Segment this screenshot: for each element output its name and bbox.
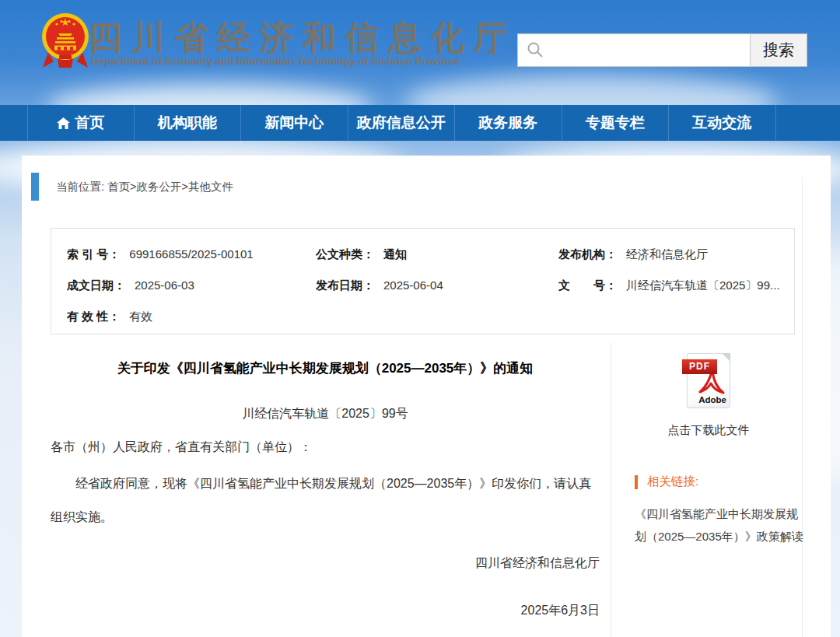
related-link-policy-interpretation[interactable]: 《四川省氢能产业中长期发展规划（2025—2035年）》政策解读 (635, 502, 807, 548)
site-title: 四川省经济和信息化厅 (89, 16, 516, 61)
nav-item-label: 互动交流 (692, 113, 751, 133)
nav-item-topics[interactable]: 专题专栏 (562, 105, 670, 141)
nav-item-interaction[interactable]: 互动交流 (669, 105, 776, 141)
page-fold-icon (722, 353, 730, 362)
nav-item-functions[interactable]: 机构职能 (135, 105, 242, 141)
meta-value: 经济和信息化厅 (626, 247, 708, 261)
meta-label: 发布机构： (558, 247, 617, 261)
meta-doc-number: 文 号：川经信汽车轨道〔2025〕99... (558, 278, 794, 293)
nav-item-label: 政务服务 (478, 113, 537, 133)
document-date: 2025年6月3日 (51, 603, 600, 619)
breadcrumb-accent-bar (31, 173, 39, 201)
search-bar: 搜索 (517, 33, 807, 67)
document-signer: 四川省经济和信息化厅 (51, 555, 600, 572)
related-links-header: 相关链接: (635, 474, 802, 490)
main-nav: 首页 机构职能 新闻中心 政府信息公开 政务服务 专题专栏 互动交流 (0, 105, 840, 141)
meta-value: 2025-06-04 (383, 278, 443, 292)
meta-label: 文 号： (558, 278, 617, 292)
related-links-title: 相关链接: (647, 474, 698, 490)
pdf-download[interactable]: PDF Adobe 点击下载此文件 (635, 353, 782, 438)
breadcrumb-text: 当前位置: 首页>政务公开>其他文件 (56, 180, 233, 194)
content-panel: 当前位置: 首页>政务公开>其他文件 索 引 号：699166855/2025-… (22, 156, 831, 637)
meta-label: 成文日期： (67, 278, 125, 292)
site-subtitle: Department of Economy and Information Te… (91, 55, 460, 67)
meta-label: 索 引 号： (67, 247, 120, 261)
meta-value: 通知 (383, 247, 407, 261)
document-paragraph: 经省政府同意，现将《四川省氢能产业中长期发展规划（2025—2035年）》印发你… (51, 467, 600, 534)
related-accent-bar (635, 475, 638, 489)
meta-written-date: 成文日期：2025-06-03 (67, 278, 316, 293)
nav-item-gov-info[interactable]: 政府信息公开 (348, 105, 456, 141)
document-title: 关于印发《四川省氢能产业中长期发展规划（2025—2035年）》的通知 (51, 359, 600, 377)
emblem-icon (40, 10, 90, 74)
nav-item-label: 专题专栏 (586, 113, 645, 133)
search-button[interactable]: 搜索 (751, 33, 807, 67)
document-number: 川经信汽车轨道〔2025〕99号 (51, 406, 600, 422)
nav-item-label: 新闻中心 (264, 113, 324, 133)
meta-value: 2025-06-03 (135, 278, 194, 292)
meta-publish-date: 发布日期：2025-06-04 (316, 278, 558, 293)
document-meta-table: 索 引 号：699166855/2025-00101 公文种类：通知 发布机构：… (51, 228, 795, 334)
meta-label: 发布日期： (316, 278, 374, 292)
pdf-badge: PDF (682, 359, 717, 374)
national-emblem-logo[interactable] (40, 10, 90, 74)
meta-label: 公文种类： (316, 247, 374, 261)
nav-item-label: 首页 (75, 113, 104, 133)
document-sidebar: PDF Adobe 点击下载此文件 相关链接: 《四川省氢能产业中长期发展规划（… (611, 342, 802, 637)
nav-item-label: 机构职能 (158, 113, 217, 133)
meta-value: 有效 (129, 310, 152, 323)
nav-item-home[interactable]: 首页 (27, 105, 135, 141)
meta-value: 川经信汽车轨道〔2025〕99... (626, 278, 780, 292)
meta-doc-type: 公文种类：通知 (316, 247, 558, 262)
home-icon (57, 117, 70, 129)
pdf-file-icon: PDF Adobe (687, 353, 730, 408)
meta-label: 有 效 性： (67, 310, 120, 323)
nav-item-services[interactable]: 政务服务 (455, 105, 562, 141)
document-body: 关于印发《四川省氢能产业中长期发展规划（2025—2035年）》的通知 川经信汽… (51, 342, 600, 619)
meta-index-number: 索 引 号：699166855/2025-00101 (67, 247, 316, 262)
adobe-label: Adobe (698, 395, 726, 404)
nav-item-news[interactable]: 新闻中心 (241, 105, 348, 141)
meta-validity: 有 效 性：有效 (67, 310, 316, 324)
meta-value: 699166855/2025-00101 (129, 247, 253, 261)
search-input[interactable] (517, 33, 751, 67)
breadcrumb[interactable]: 当前位置: 首页>政务公开>其他文件 (31, 173, 233, 201)
panel-divider (802, 177, 803, 637)
search-icon (527, 41, 544, 58)
document-salutation: 各市（州）人民政府，省直有关部门（单位）： (51, 439, 600, 456)
nav-item-label: 政府信息公开 (357, 113, 446, 133)
meta-issuing-agency: 发布机构：经济和信息化厅 (558, 247, 794, 262)
download-file-link[interactable]: 点击下载此文件 (668, 423, 750, 438)
